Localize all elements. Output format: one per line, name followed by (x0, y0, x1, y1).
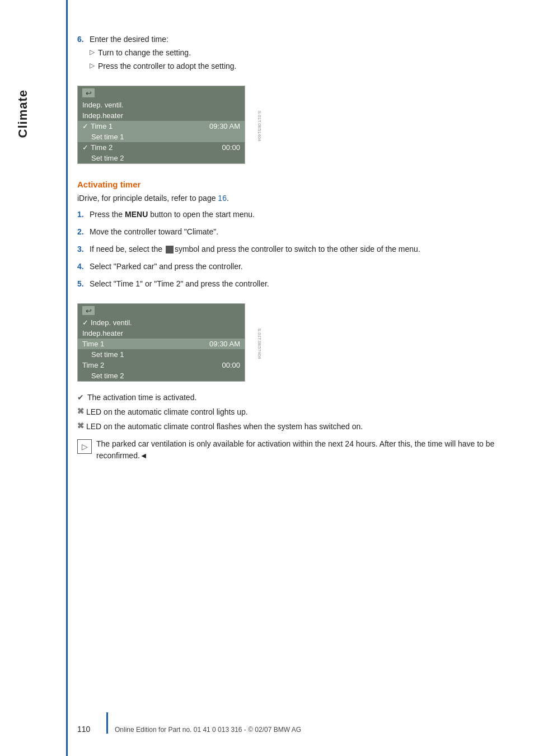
led-symbol-1: ⌘ (77, 406, 84, 416)
blue-border-line (66, 0, 68, 756)
screen1-topbar: ↩ (78, 86, 245, 100)
step-1-number: 1. (77, 209, 90, 220)
step-2: 2. Move the controller toward "Climate". (77, 226, 503, 238)
step-5: 5. Select "Time 1" or "Time 2" and press… (77, 278, 503, 290)
intro-paragraph: iDrive, for principle details, refer to … (77, 192, 503, 204)
step-6: 6. Enter the desired time: ▷ Turn to cha… (77, 34, 503, 72)
step-5-number: 5. (77, 278, 90, 290)
result-led-flashes-text: LED on the automatic climate control fla… (86, 421, 363, 433)
page-number: 110 (77, 725, 100, 734)
screen1-container: ↩ Indep. ventil. Indep.heater ✓ Time 1 0… (77, 78, 245, 174)
result-led-lights-text: LED on the automatic climate control lig… (86, 406, 248, 418)
step-6-sub2: ▷ Press the controller to adopt the sett… (90, 60, 236, 72)
screen2-row-indep-heater: Indep.heater (78, 328, 245, 339)
screen2-row-settime2: Set time 2 (78, 370, 245, 381)
step-2-number: 2. (77, 226, 90, 238)
result-activation: ✔ The activation time is activated. (77, 392, 503, 403)
result-activation-text: The activation time is activated. (87, 392, 196, 403)
screen1-caption: S.01T.0E51404 (257, 111, 262, 142)
screen2-container: ↩ ✓ Indep. ventil. Indep.heater Time 1 0… (77, 295, 245, 392)
step-4-text: Select "Parked car" and press the contro… (90, 261, 243, 273)
step-6-sub1: ▷ Turn to change the setting. (90, 47, 236, 59)
symbol-icon (166, 246, 174, 253)
step-4: 4. Select "Parked car" and press the con… (77, 261, 503, 273)
note-arrow-symbol: ▷ (82, 441, 88, 453)
screen1-row-indep-ventil: Indep. ventil. (78, 100, 245, 110)
screen1-check-time2: ✓ (82, 143, 88, 152)
sidebar-chapter-label: Climate (16, 90, 30, 138)
screen2-topbar: ↩ (78, 304, 245, 317)
screen2-row-indep-ventil: ✓ Indep. ventil. (78, 317, 245, 328)
result-checkmark: ✔ (77, 392, 84, 403)
screen1-row-time1: ✓ Time 1 09:30 AM (78, 121, 245, 132)
back-icon-1: ↩ (82, 88, 95, 97)
screen2-row-time2: Time 2 00:00 (78, 360, 245, 370)
screen1-row-settime2: Set time 2 (78, 153, 245, 163)
step-3: 3. If need be, select the symbol and pre… (77, 243, 503, 255)
step-5-text: Select "Time 1" or "Time 2" and press th… (90, 278, 269, 290)
sub-bullet-arrow-2: ▷ (90, 60, 95, 72)
step-6-text: Enter the desired time: ▷ Turn to change… (90, 34, 236, 72)
step-3-number: 3. (77, 243, 90, 255)
page-footer: 110 Online Edition for Part no. 01 41 0 … (77, 712, 519, 734)
note-box: ▷ The parked car ventilation is only ava… (77, 438, 503, 462)
main-content: 6. Enter the desired time: ▷ Turn to cha… (77, 34, 519, 467)
step-3-text: If need be, select the symbol and press … (90, 243, 420, 255)
screen2-caption: S.01T.0E57404 (257, 328, 262, 359)
screen1-check-time1: ✓ (82, 122, 88, 130)
step-6-number: 6. (77, 34, 90, 72)
sub-bullet-arrow-1: ▷ (90, 47, 95, 59)
step-1-text: Press the MENU button to open the start … (90, 209, 255, 220)
step-4-number: 4. (77, 261, 90, 273)
footer-copyright: Online Edition for Part no. 01 41 0 013 … (115, 726, 301, 734)
screen1-row-settime1: Set time 1 (78, 132, 245, 142)
note-text: The parked car ventilation is only avail… (96, 438, 503, 462)
screen1-row-time2: ✓ Time 2 00:00 (78, 142, 245, 153)
step-1: 1. Press the MENU button to open the sta… (77, 209, 503, 220)
footer-blue-line (106, 712, 108, 734)
screen2-row-settime1: Set time 1 (78, 349, 245, 360)
back-icon-2: ↩ (82, 306, 95, 315)
note-arrow-icon: ▷ (77, 439, 92, 454)
page-link-16[interactable]: 16 (218, 194, 227, 203)
step-2-text: Move the controller toward "Climate". (90, 226, 218, 238)
menu-bold: MENU (125, 210, 148, 219)
screen2: ↩ ✓ Indep. ventil. Indep.heater Time 1 0… (77, 303, 245, 382)
screen2-row-time1: Time 1 09:30 AM (78, 339, 245, 349)
result-led-lights: ⌘ LED on the automatic climate control l… (77, 406, 503, 418)
screen1: ↩ Indep. ventil. Indep.heater ✓ Time 1 0… (77, 86, 245, 164)
screen1-row-indep-heater: Indep.heater (78, 110, 245, 121)
result-led-flashes: ⌘ LED on the automatic climate control f… (77, 421, 503, 433)
led-symbol-2: ⌘ (77, 421, 84, 431)
screen2-check-ventil: ✓ (82, 318, 88, 327)
activating-timer-heading: Activating timer (77, 180, 503, 189)
